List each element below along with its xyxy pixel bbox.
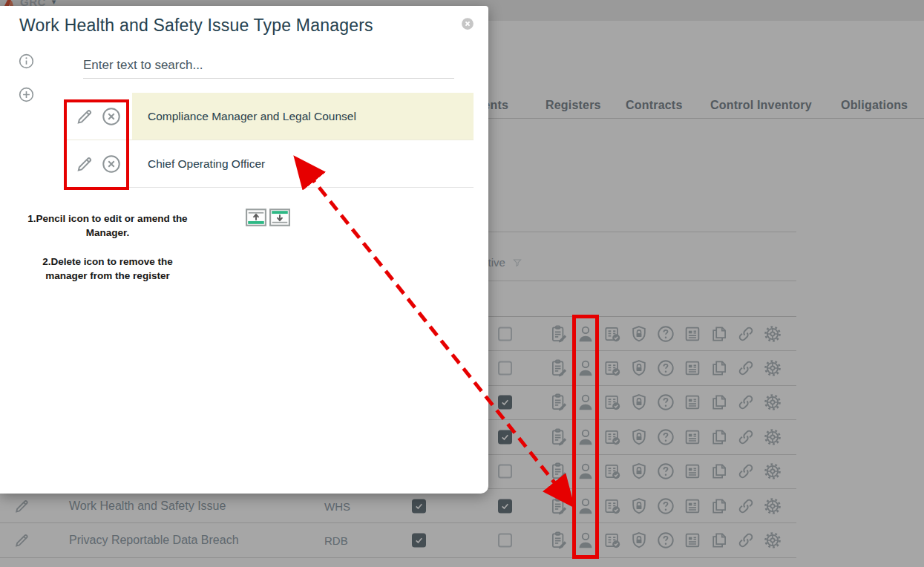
search-input[interactable] [83,56,454,79]
help-note-delete: 2.Delete icon to remove themanager from … [21,255,194,284]
manager-list: Compliance Manager and Legal Counsel Chi… [64,93,474,188]
close-icon[interactable] [461,17,474,30]
delete-icon[interactable] [101,106,122,127]
help-note-pencil: 1.Pencil icon to edit or amend theManage… [21,212,194,240]
arrow-to-bottom-icon[interactable] [269,209,290,226]
manager-name: Chief Operating Officer [132,140,474,187]
manager-name: Compliance Manager and Legal Counsel [132,93,474,140]
dialog-title: Work Health and Safety Issue Type Manage… [19,16,373,36]
grid-scroll-buttons [246,209,290,226]
managers-dialog: Work Health and Safety Issue Type Manage… [0,6,488,494]
manager-list-item[interactable]: Chief Operating Officer [64,140,474,188]
info-icon[interactable] [18,53,35,70]
edit-pencil-icon[interactable] [74,106,95,127]
row-actions [64,93,132,140]
add-manager-icon[interactable] [18,86,35,103]
delete-icon[interactable] [101,154,122,174]
manager-list-item[interactable]: Compliance Manager and Legal Counsel [64,93,474,140]
edit-pencil-icon[interactable] [74,154,95,174]
grc-application: GRC ▾ Incidents Registers Contracts Cont… [0,0,924,567]
arrow-to-top-icon[interactable] [246,209,266,226]
row-actions [64,140,132,187]
